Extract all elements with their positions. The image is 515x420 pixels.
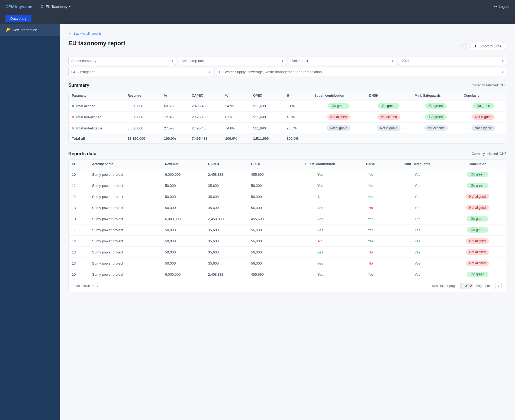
rid-cell: 10 [69,269,89,280]
back-link[interactable]: ← Back to all reports [68,31,506,35]
back-label: Back to all reports [73,31,102,35]
mini-cell: Go green [411,100,461,112]
sector-select[interactable]: E - Water Supply; sewerage, waste manage… [216,68,506,76]
sidebar-item-key-information[interactable]: 🔑 Key information [0,24,60,36]
total-conclusion [461,134,506,144]
ropex-cell: 455,690 [248,213,285,224]
subst-cell: Go green [311,100,366,112]
col-opex: OPEX [250,91,283,100]
summary-row: Total not-eligable 6,050,000 27.5% 2,495… [69,123,506,134]
ghg-select[interactable]: GHG mitigation [68,68,213,76]
rconclusion-badge: Not aligned [466,261,489,266]
opex-cell: 511,690 [250,100,283,112]
ghg-filter-wrap: GHG mitigation [68,68,213,76]
reports-row: 10 Sumy power project 6,000,000 2,458,88… [69,269,506,280]
sidebar: 🔑 Key information [0,24,60,420]
rcapex-cell: 35,600 [205,202,248,213]
rdnsh-cell: Yes [355,191,386,202]
total-mini [411,134,461,144]
ropex-cell: 56,000 [248,224,285,236]
rid-cell: 13 [69,258,89,269]
total-rev-pct: 100.0% [161,134,189,144]
rmini-value: Yes [414,228,420,232]
rconclusion-cell: Go green [449,180,506,191]
rmini-cell: Yes [386,236,449,247]
ropex-cell: 56,000 [248,180,285,191]
rcol-dnsh: DNSH [355,159,386,169]
op-pct-cell: 5.1% [283,100,311,112]
cap-pct-cell: 0.5% [222,112,250,123]
unit-select[interactable]: Select unit [289,57,396,65]
rsubst-cell: Yes [285,180,356,191]
layout: 🔑 Key information ← Back to all reports … [0,24,515,420]
logout-button[interactable]: ↪ Logout [494,5,510,9]
export-button[interactable]: ⬇ Export to Excel [470,42,506,50]
filters-row-1: Select company Select top unit Select un… [68,57,506,65]
reports-section-header: Reports data Currency selected: CHF [68,151,506,157]
rname-cell: Sumy power project [89,202,162,213]
rmini-value: Yes [414,195,420,199]
rdnsh-cell: No [355,258,386,269]
rdnsh-value: Yes [368,228,374,232]
rid-cell: 12 [69,236,89,247]
header-actions: ? ⬇ Export to Excel [461,42,506,50]
ropex-cell: 455,690 [248,269,285,280]
year-select[interactable]: 2021 [399,57,507,65]
rsubst-cell: Yes [285,247,356,258]
next-page-button[interactable]: › [495,283,502,289]
ropex-cell: 56,000 [248,202,285,213]
rid-cell: 11 [69,224,89,236]
reports-table-body: 10 Sumy power project 6,000,000 2,458,88… [69,169,506,280]
summary-header-row: Parameter Revenue % CAPEX % OPEX % Subst… [69,91,506,100]
rconclusion-badge: Not aligned [466,238,489,244]
rconclusion-cell: Not aligned [449,258,506,269]
rname-cell: Sumy power project [89,269,162,280]
data-entry-button[interactable]: Data entry [5,15,31,22]
rconclusion-cell: Not aligned [449,202,506,213]
col-rev-pct: % [161,91,189,100]
rrevenue-cell: 50,000 [162,191,205,202]
rconclusion-cell: Not aligned [449,191,506,202]
subst-badge: Go green [328,103,349,109]
rconclusion-badge: Not aligned [466,194,489,199]
col-mini: Mini. Safeguards [411,91,461,100]
dot-icon [72,116,74,118]
rdnsh-value: Yes [368,184,374,188]
col-parameter: Parameter [69,91,124,100]
col-subst: Subst. contribution [311,91,366,100]
summary-row: Total not-aligned 6,050,000 12.0% 2,495,… [69,112,506,123]
module-name: EU Taxonomy [46,5,67,9]
summary-table: Parameter Revenue % CAPEX % OPEX % Subst… [69,91,506,143]
rdnsh-value: No [368,250,373,254]
module-selector[interactable]: ⚙ EU Taxonomy ▾ [40,4,70,9]
rmini-cell: Yes [386,213,449,224]
revenue-cell: 6,050,000 [124,100,161,112]
rsubst-value: Yes [317,217,323,221]
rsubst-value: Yes [317,261,323,265]
top-unit-select[interactable]: Select top unit [179,57,286,65]
subst-badge: Not eligable [327,125,350,131]
rsubst-value: Yes [317,184,323,188]
rcol-opex: OPEX [248,159,285,169]
rmini-cell: Yes [386,202,449,213]
rdnsh-value: Yes [368,195,374,199]
rname-cell: Sumy power project [89,224,162,236]
total-activities: Total activities: 17 [73,284,99,288]
conclusion-badge: Go green [472,103,494,109]
op-pct-cell: 90.3% [283,123,311,134]
reports-row: 10 Sumy power project 6,000,000 2,458,88… [69,169,506,180]
col-revenue: Revenue [124,91,161,100]
summary-table-body: Total aligned 6,050,000 60.5% 2,495,488 … [69,100,506,144]
rsubst-cell: Yes [285,213,356,224]
rrevenue-cell: 50,000 [162,236,205,247]
per-page-select[interactable]: 10 [460,283,473,289]
page-header: EU taxonomy report ? ⬇ Export to Excel [68,40,506,52]
back-arrow-icon: ← [68,31,72,35]
rrevenue-cell: 6,000,000 [162,269,205,280]
rconclusion-badge: Go green [467,227,488,233]
help-button[interactable]: ? [461,43,467,49]
rdnsh-cell: Yes [355,169,386,180]
company-select[interactable]: Select company [68,57,176,65]
conclusion-badge: Not aligned [472,114,495,120]
reports-row: 10 Sumy power project 6,000,000 2,458,88… [69,213,506,224]
